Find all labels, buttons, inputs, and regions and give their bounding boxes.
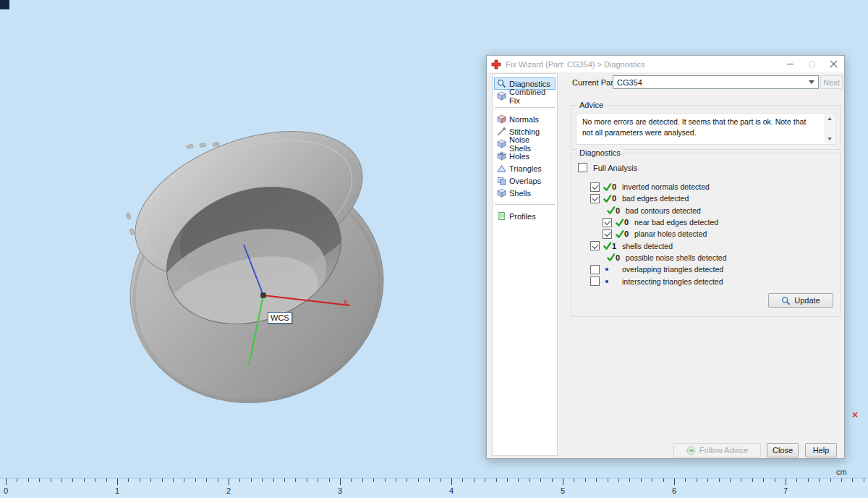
diagnostic-label: shells detected bbox=[622, 242, 673, 250]
sidebar-item-label: Normals bbox=[509, 115, 539, 124]
sidebar-item-overlaps[interactable]: Overlaps bbox=[494, 174, 556, 187]
diagnostic-label: intersecting triangles detected bbox=[622, 277, 723, 286]
advice-group: Advice No more errors are detected. It s… bbox=[571, 105, 841, 150]
diagnostic-count: 0 bbox=[612, 194, 621, 203]
triangle-icon bbox=[497, 164, 506, 173]
advice-box: No more errors are detected. It seems th… bbox=[576, 113, 835, 145]
pending-dot-icon bbox=[605, 268, 608, 271]
diagnostic-label: bad edges detected bbox=[622, 194, 689, 203]
check-ok-icon bbox=[615, 229, 624, 239]
ring-model-svg: x bbox=[94, 123, 405, 420]
sidebar-item-label: Overlaps bbox=[509, 177, 541, 185]
diagnostic-label: planar holes detected bbox=[634, 229, 707, 238]
update-button[interactable]: Update bbox=[768, 293, 833, 308]
sidebar-item-triangles[interactable]: Triangles bbox=[494, 162, 556, 174]
sidebar-item-noise-shells[interactable]: Noise Shells bbox=[494, 138, 556, 150]
pending-dot-icon bbox=[605, 280, 608, 283]
sidebar-item-label: Shells bbox=[509, 189, 531, 198]
diagnostic-row: 0 possible noise shells detected bbox=[571, 252, 835, 263]
full-analysis-label: Full Analysis bbox=[593, 164, 637, 172]
sidebar-item-profiles[interactable]: Profiles bbox=[494, 210, 556, 222]
update-magnifier-icon bbox=[781, 296, 791, 305]
diagnostic-checkbox[interactable] bbox=[590, 194, 600, 203]
diagnostics-group: Diagnostics Full Analysis 0 inverted nor… bbox=[571, 153, 841, 317]
ruler-major-ticks bbox=[0, 478, 868, 485]
follow-advice-label: Follow Advice bbox=[699, 446, 748, 455]
diagnostic-label: possible noise shells detected bbox=[626, 253, 727, 262]
diagnostic-row: 0 near bad edges detected bbox=[571, 216, 835, 228]
diagnostic-row: 1 shells detected bbox=[571, 240, 835, 251]
diagnostic-label: near bad edges detected bbox=[634, 218, 718, 227]
ruler-label: 6 bbox=[672, 486, 676, 495]
cube-icon bbox=[497, 91, 506, 101]
check-ok-icon bbox=[603, 241, 612, 250]
sidebar-item-shells[interactable]: Shells bbox=[494, 187, 556, 199]
update-button-label: Update bbox=[794, 296, 820, 305]
check-ok-icon bbox=[615, 218, 624, 227]
dialog-sidebar: Diagnostics Combined Fix Normals Stitchi… bbox=[492, 73, 558, 456]
scroll-up-icon[interactable] bbox=[825, 114, 834, 123]
fix-wizard-dialog: Fix Wizard (Part: CG354) > Diagnostics C… bbox=[486, 55, 845, 459]
magnifier-icon bbox=[497, 79, 506, 88]
ruler-label: 1 bbox=[115, 486, 119, 495]
axis-x-label: x bbox=[344, 297, 348, 306]
diagnostic-row: intersecting triangles detected bbox=[571, 275, 835, 287]
close-button[interactable] bbox=[822, 56, 844, 72]
diagnostic-row: 0 bad contours detected bbox=[571, 205, 835, 216]
horizontal-ruler: 0 1 2 3 4 5 6 7 bbox=[0, 478, 868, 498]
maximize-icon bbox=[809, 62, 815, 67]
minimize-button[interactable] bbox=[779, 56, 801, 72]
diagnostic-checkbox[interactable] bbox=[590, 241, 600, 250]
ruler-label: 3 bbox=[338, 486, 342, 495]
check-ok-icon bbox=[606, 206, 616, 215]
diagnostic-checkbox[interactable] bbox=[603, 229, 612, 239]
diagnostic-count: 0 bbox=[616, 253, 624, 262]
help-button[interactable]: Help bbox=[805, 443, 837, 457]
follow-advice-button[interactable]: Follow Advice bbox=[673, 443, 761, 457]
sidebar-separator bbox=[495, 204, 555, 205]
sidebar-item-normals[interactable]: Normals bbox=[494, 113, 556, 125]
cube-icon bbox=[497, 139, 506, 148]
close-dialog-button[interactable]: Close bbox=[767, 443, 799, 457]
maximize-button[interactable] bbox=[801, 56, 822, 72]
diagnostic-checkbox[interactable] bbox=[590, 277, 600, 286]
check-ok-icon bbox=[603, 182, 612, 192]
wcs-label: WCS bbox=[268, 312, 292, 324]
sidebar-separator bbox=[495, 107, 555, 108]
advice-scrollbar[interactable] bbox=[825, 114, 834, 143]
fix-wizard-icon bbox=[491, 59, 501, 69]
diagnostic-row: 0 inverted normals detected bbox=[571, 181, 835, 193]
diagnostic-checkbox[interactable] bbox=[590, 182, 600, 192]
scroll-down-icon[interactable] bbox=[825, 135, 834, 143]
viewport-red-x-icon: × bbox=[852, 409, 858, 421]
diagnostic-label: inverted normals detected bbox=[622, 182, 710, 191]
advice-group-label: Advice bbox=[577, 101, 605, 109]
diagnostic-row: 0 bad edges detected bbox=[571, 193, 835, 204]
sidebar-item-combined-fix[interactable]: Combined Fix bbox=[494, 90, 556, 102]
follow-advice-arrow-icon bbox=[686, 446, 696, 455]
sidebar-item-label: Holes bbox=[509, 152, 529, 161]
diagnostic-count: 0 bbox=[616, 206, 624, 215]
cube-icon bbox=[497, 188, 506, 198]
check-ok-icon bbox=[603, 194, 612, 203]
current-part-select[interactable]: CG354 bbox=[613, 75, 819, 89]
dialog-titlebar[interactable]: Fix Wizard (Part: CG354) > Diagnostics bbox=[487, 56, 844, 72]
ruler-label: 2 bbox=[226, 486, 231, 495]
ruler-label: 4 bbox=[449, 486, 454, 495]
next-button[interactable]: Next bbox=[820, 75, 843, 89]
diagnostic-count: 0 bbox=[624, 229, 633, 238]
diagnostics-group-label: Diagnostics bbox=[577, 148, 623, 157]
diagnostic-count: 0 bbox=[612, 182, 621, 191]
cube-red-icon bbox=[497, 114, 506, 124]
diagnostic-checkbox[interactable] bbox=[590, 265, 600, 274]
magics-main-screen: x WCS × cm 0 1 2 3 4 5 6 7 Fix Wizard (P… bbox=[0, 0, 868, 498]
current-part-value: CG354 bbox=[617, 78, 642, 87]
close-icon bbox=[830, 60, 838, 68]
sidebar-item-label: Triangles bbox=[509, 164, 542, 173]
dropdown-arrow-icon bbox=[809, 80, 814, 84]
full-analysis-checkbox[interactable] bbox=[578, 163, 587, 172]
sidebar-item-label: Profiles bbox=[509, 212, 536, 221]
diagnostic-count: 0 bbox=[624, 218, 633, 227]
minimize-icon bbox=[787, 64, 793, 64]
diagnostic-checkbox[interactable] bbox=[603, 218, 612, 227]
